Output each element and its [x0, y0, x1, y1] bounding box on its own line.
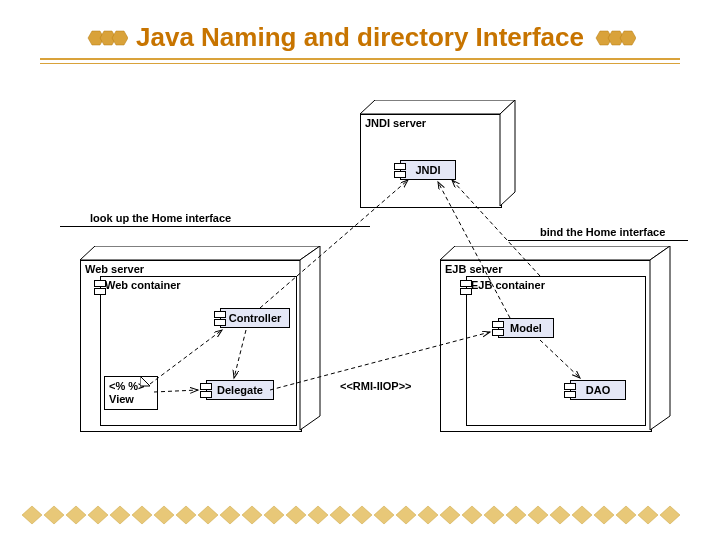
svg-marker-30: [220, 506, 240, 524]
svg-marker-32: [264, 506, 284, 524]
svg-marker-10: [140, 376, 150, 386]
svg-marker-34: [308, 506, 328, 524]
lug-icon: [394, 171, 406, 178]
web-container-label: Web container: [101, 277, 296, 293]
svg-marker-24: [88, 506, 108, 524]
svg-marker-12: [650, 246, 670, 430]
model-component: Model: [498, 318, 554, 338]
title-underline: [40, 58, 680, 64]
svg-marker-42: [484, 506, 504, 524]
svg-marker-43: [506, 506, 526, 524]
lug-icon: [460, 288, 472, 295]
svg-marker-46: [572, 506, 592, 524]
dogear-icon: [140, 376, 152, 388]
svg-marker-29: [198, 506, 218, 524]
page-title: Java Naming and directory Interface: [136, 22, 584, 53]
controller-component: Controller: [220, 308, 290, 328]
lug-icon: [564, 383, 576, 390]
svg-marker-48: [616, 506, 636, 524]
svg-marker-28: [176, 506, 196, 524]
lug-icon: [492, 321, 504, 328]
diagram-canvas: JNDI server JNDI look up the Home interf…: [0, 70, 720, 500]
svg-marker-5: [620, 31, 636, 45]
svg-marker-27: [154, 506, 174, 524]
lug-icon: [492, 329, 504, 336]
svg-marker-49: [638, 506, 658, 524]
svg-marker-23: [66, 506, 86, 524]
svg-marker-44: [528, 506, 548, 524]
svg-marker-40: [440, 506, 460, 524]
svg-marker-37: [374, 506, 394, 524]
lug-icon: [564, 391, 576, 398]
svg-marker-6: [360, 100, 515, 114]
ejb-container-box: EJB container: [466, 276, 646, 426]
jndi-component: JNDI: [400, 160, 456, 180]
svg-marker-35: [330, 506, 350, 524]
delegate-component: Delegate: [206, 380, 274, 400]
svg-marker-2: [112, 31, 128, 45]
svg-marker-45: [550, 506, 570, 524]
svg-marker-11: [440, 246, 670, 260]
svg-marker-22: [44, 506, 64, 524]
lookup-label: look up the Home interface: [90, 212, 231, 224]
lug-icon: [200, 383, 212, 390]
rmi-iiop-label: <<RMI-IIOP>>: [340, 380, 412, 392]
view-label: View: [109, 393, 153, 406]
lug-icon: [394, 163, 406, 170]
svg-marker-38: [396, 506, 416, 524]
lug-icon: [214, 319, 226, 326]
svg-marker-7: [500, 100, 515, 206]
svg-marker-41: [462, 506, 482, 524]
title-row: Java Naming and directory Interface: [0, 22, 720, 53]
svg-marker-8: [80, 246, 320, 260]
svg-marker-39: [418, 506, 438, 524]
footer-diamonds: [0, 504, 720, 530]
svg-marker-36: [352, 506, 372, 524]
hex-decoration-left: [84, 27, 128, 49]
svg-marker-26: [132, 506, 152, 524]
svg-marker-31: [242, 506, 262, 524]
hr-line: [60, 226, 370, 227]
svg-marker-50: [660, 506, 680, 524]
svg-marker-9: [300, 246, 320, 430]
hr-line: [508, 240, 688, 241]
svg-marker-25: [110, 506, 130, 524]
svg-marker-47: [594, 506, 614, 524]
lug-icon: [460, 280, 472, 287]
bind-label: bind the Home interface: [540, 226, 665, 238]
hex-decoration-right: [592, 27, 636, 49]
lug-icon: [94, 280, 106, 287]
dao-component: DAO: [570, 380, 626, 400]
ejb-container-label: EJB container: [467, 277, 645, 293]
svg-marker-33: [286, 506, 306, 524]
jndi-server-3d: [355, 100, 520, 215]
lug-icon: [200, 391, 212, 398]
lug-icon: [94, 288, 106, 295]
lug-icon: [214, 311, 226, 318]
svg-marker-21: [22, 506, 42, 524]
